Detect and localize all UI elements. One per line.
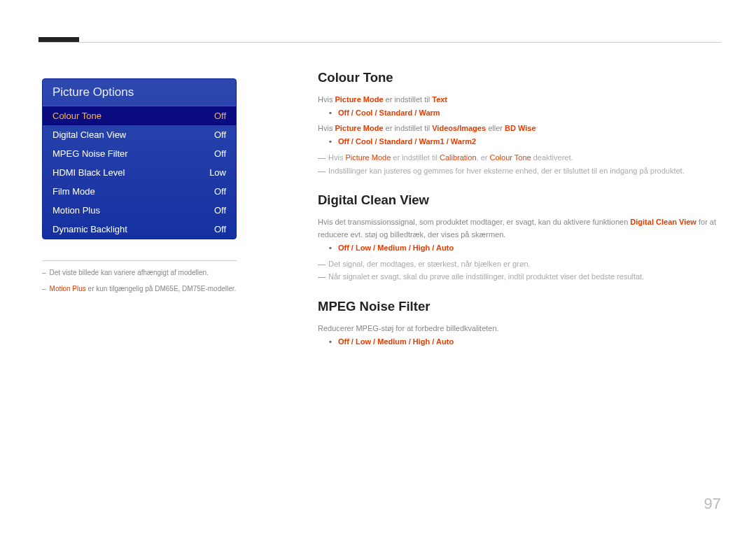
picture-options-menu: Picture Options Colour Tone Off Digital … [42, 78, 237, 239]
menu-item-digital-clean-view[interactable]: Digital Clean View Off [43, 125, 236, 144]
section-mpeg-noise-filter: MPEG Noise Filter Reducerer MPEG-støj fo… [318, 299, 720, 346]
highlight: Digital Clean View [630, 218, 696, 226]
page-number: 97 [704, 495, 721, 513]
menu-item-label: Film Mode [52, 186, 95, 197]
footnote-text: er kun tilgængelig på DM65E, DM75E-model… [86, 285, 237, 293]
text: Hvis [318, 124, 335, 132]
menu-item-label: HDMI Black Level [52, 167, 125, 178]
text: er indstillet til [391, 153, 440, 162]
menu-item-value: Off [214, 186, 226, 197]
section-title: Colour Tone [318, 70, 720, 85]
section-title: Digital Clean View [318, 192, 720, 208]
highlight: Text [432, 95, 447, 104]
menu-item-label: MPEG Noise Filter [52, 148, 128, 159]
menu-item-value: Off [214, 148, 226, 159]
note-text: Hvis Picture Mode er indstillet til Cali… [318, 151, 720, 164]
text: er indstillet til [384, 124, 433, 132]
body-text: Hvis Picture Mode er indstillet til Vide… [318, 122, 720, 134]
menu-item-film-mode[interactable]: Film Mode Off [43, 182, 236, 201]
option-list: Off / Cool / Standard / Warm [329, 108, 720, 117]
highlight: Videos/Images [432, 124, 486, 132]
menu-title: Picture Options [43, 79, 236, 106]
right-column: Colour Tone Hvis Picture Mode er indstil… [318, 70, 720, 361]
text: , er [477, 153, 490, 162]
menu-item-dynamic-backlight[interactable]: Dynamic Backlight Off [43, 220, 236, 239]
notes: Det signal, der modtages, er stærkest, n… [318, 258, 720, 283]
section-digital-clean-view: Digital Clean View Hvis det transmission… [318, 192, 720, 283]
left-column: Picture Options Colour Tone Off Digital … [42, 78, 237, 300]
menu-item-mpeg-noise-filter[interactable]: MPEG Noise Filter Off [43, 144, 236, 163]
text: er indstillet til [384, 95, 433, 104]
menu-item-value: Low [209, 167, 226, 178]
notes: Hvis Picture Mode er indstillet til Cali… [318, 151, 720, 177]
footnotes: Det viste billede kan variere afhængigt … [42, 260, 237, 294]
text: Hvis [328, 153, 345, 162]
header-accent [38, 37, 79, 42]
note-text: Det signal, der modtages, er stærkest, n… [318, 258, 720, 271]
text: Hvis [318, 95, 335, 104]
option-list: Off / Low / Medium / High / Auto [329, 337, 720, 346]
footnote-1: Det viste billede kan variere afhængigt … [42, 268, 237, 278]
option-list: Off / Cool / Standard / Warm1 / Warm2 [329, 137, 720, 146]
menu-item-label: Motion Plus [52, 205, 100, 216]
menu-item-value: Off [214, 224, 226, 234]
menu-item-value: Off [214, 129, 226, 140]
menu-item-hdmi-black-level[interactable]: HDMI Black Level Low [43, 163, 236, 182]
highlight: BD Wise [505, 124, 536, 132]
text: Hvis det transmissionssignal, som produk… [318, 218, 630, 226]
menu-item-label: Colour Tone [52, 111, 102, 121]
menu-item-colour-tone[interactable]: Colour Tone Off [43, 106, 236, 125]
menu-item-motion-plus[interactable]: Motion Plus Off [43, 201, 236, 220]
menu-item-value: Off [214, 111, 226, 121]
body-text: Reducerer MPEG-støj for at forbedre bill… [318, 323, 720, 335]
section-title: MPEG Noise Filter [318, 299, 720, 314]
menu-item-label: Dynamic Backlight [52, 224, 127, 234]
header-rule [38, 42, 721, 43]
highlight: Picture Mode [335, 95, 383, 104]
footnote-2: Motion Plus er kun tilgængelig på DM65E,… [42, 284, 237, 294]
body-text: Hvis det transmissionssignal, som produk… [318, 216, 720, 240]
highlight: Picture Mode [335, 124, 383, 132]
body-text: Hvis Picture Mode er indstillet til Text [318, 94, 720, 106]
menu-item-value: Off [214, 205, 226, 216]
footnote-highlight: Motion Plus [50, 285, 86, 293]
note-text: Indstillinger kan justeres og gemmes for… [318, 164, 720, 178]
section-colour-tone: Colour Tone Hvis Picture Mode er indstil… [318, 70, 720, 177]
text: eller [486, 124, 505, 132]
option-list: Off / Low / Medium / High / Auto [329, 244, 720, 252]
highlight: Colour Tone [490, 153, 531, 162]
highlight: Calibration [440, 153, 477, 162]
menu-item-label: Digital Clean View [52, 129, 126, 140]
text: deaktiveret. [531, 153, 573, 162]
highlight: Picture Mode [345, 153, 391, 162]
note-text: Når signalet er svagt, skal du prøve all… [318, 270, 720, 283]
